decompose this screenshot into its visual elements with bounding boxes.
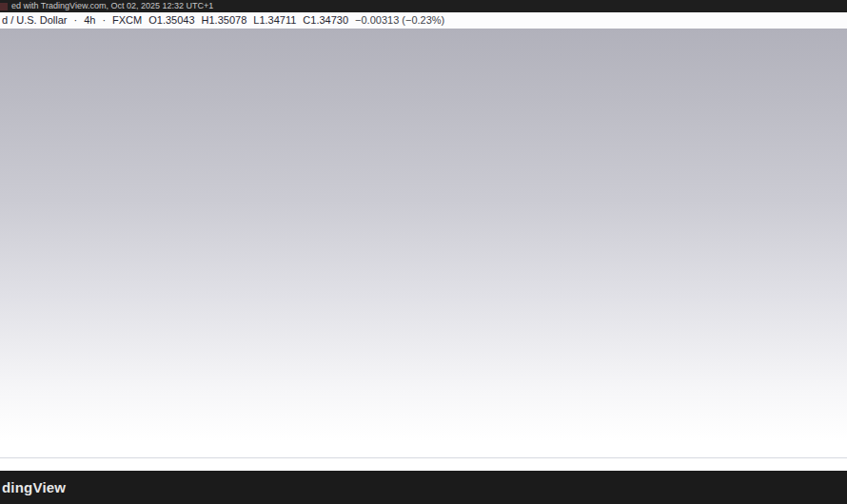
tradingview-snapshot: ed with TradingView.com, Oct 02, 2025 12… bbox=[0, 0, 847, 504]
ohlc-high: H1.35078 bbox=[202, 12, 247, 29]
ohlc-low: L1.34711 bbox=[253, 12, 296, 29]
tradingview-wordmark[interactable]: dingView bbox=[2, 479, 66, 495]
ohlc-open: O1.35043 bbox=[148, 12, 194, 29]
footer-bar: dingView bbox=[0, 471, 847, 504]
exchange-label: FXCM bbox=[112, 12, 142, 29]
separator-dot: · bbox=[73, 12, 77, 29]
separator-dot: · bbox=[102, 12, 106, 29]
time-axis[interactable] bbox=[0, 457, 847, 471]
interval-label: 4h bbox=[84, 12, 95, 29]
symbol-name: d / U.S. Dollar bbox=[2, 12, 67, 29]
cropped-logo-icon bbox=[0, 3, 8, 10]
ohlc-close: C1.34730 bbox=[303, 12, 348, 29]
change-value: −0.00313 (−0.23%) bbox=[355, 12, 444, 29]
chart-plot-area[interactable] bbox=[0, 29, 847, 457]
attribution-text: ed with TradingView.com, Oct 02, 2025 12… bbox=[11, 0, 213, 12]
attribution-bar: ed with TradingView.com, Oct 02, 2025 12… bbox=[0, 0, 847, 12]
symbol-info-bar: d / U.S. Dollar · 4h · FXCM O1.35043 H1.… bbox=[0, 12, 847, 29]
